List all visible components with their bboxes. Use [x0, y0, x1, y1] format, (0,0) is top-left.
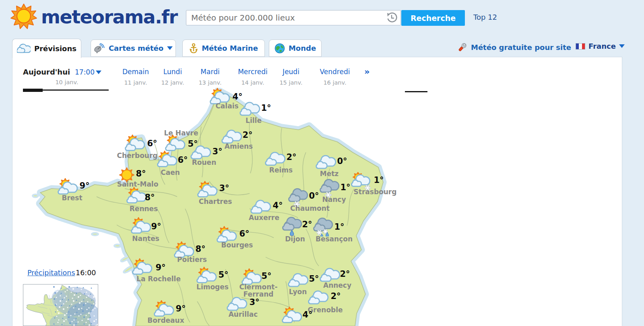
- city-temp: 1°: [334, 222, 344, 232]
- city-temp: 2°: [242, 130, 252, 140]
- city-temp: 8°: [195, 244, 205, 254]
- precipitations-link[interactable]: Précipitations: [27, 269, 75, 277]
- chevron-down-icon[interactable]: [96, 71, 101, 74]
- search-history-icon[interactable]: [386, 12, 398, 23]
- city-temp: 0°: [309, 191, 319, 201]
- city-label: Aurillac: [229, 311, 258, 318]
- more-days-link[interactable]: »: [364, 67, 370, 77]
- city-temp: 5°: [261, 271, 271, 281]
- city-temp: 6°: [178, 155, 188, 165]
- city-temp: 2°: [330, 291, 341, 301]
- city-label: Le Havre: [164, 130, 198, 137]
- day-nav-vendredi[interactable]: Vendredi16 janv.: [320, 68, 350, 86]
- sun-logo-icon: [10, 3, 37, 31]
- anchor-icon: [189, 43, 198, 54]
- city-temp: 2°: [286, 152, 296, 162]
- day-link[interactable]: Demain: [122, 68, 149, 76]
- satellite-icon: [94, 43, 105, 54]
- dark-cloud-snow-icon: [318, 178, 342, 198]
- search-button[interactable]: Recherche: [401, 10, 465, 26]
- day-nav-lundi[interactable]: Lundi12 janv.: [161, 68, 184, 86]
- city-label: Brest: [62, 195, 82, 202]
- tab-cartes-meteo-label: Cartes météo: [109, 44, 163, 52]
- tab-meteo-marine[interactable]: Météo Marine: [182, 39, 265, 57]
- today-time-selector[interactable]: 17:00: [75, 68, 95, 76]
- tab-previsions[interactable]: Prévisions: [12, 39, 81, 58]
- city-temp: 5°: [309, 274, 319, 284]
- day-date: 16 janv.: [320, 79, 350, 86]
- chevron-down-icon: [619, 44, 625, 48]
- timeline-track[interactable]: [43, 89, 109, 91]
- day-link[interactable]: Mercredi: [238, 68, 268, 76]
- city-label: Poitiers: [177, 256, 207, 264]
- precipitations-time: 16:00: [76, 269, 96, 277]
- city-temp: 3°: [219, 183, 229, 193]
- city-label: Chartres: [199, 198, 232, 206]
- city-label: Besançon: [316, 236, 353, 243]
- globe-icon: [275, 43, 285, 54]
- city-temp: 4°: [302, 310, 312, 320]
- city-temp: 8°: [144, 193, 155, 202]
- day-date: 13 janv.: [198, 79, 221, 86]
- city-temp: 6°: [147, 139, 157, 148]
- city-temp: 8°: [136, 169, 146, 179]
- city-label: Rouen: [192, 159, 217, 166]
- city-temp: 9°: [151, 222, 161, 231]
- city-label: Reims: [269, 167, 293, 174]
- precipitation-mini-map[interactable]: [23, 284, 98, 326]
- city-temp: 1°: [261, 103, 271, 113]
- city-label: Auxerre: [249, 214, 279, 222]
- day-link[interactable]: Vendredi: [320, 68, 350, 76]
- city-temp: 3°: [249, 297, 259, 307]
- day-nav-jeudi[interactable]: Jeudi15 janv.: [279, 68, 302, 86]
- wrench-icon: [457, 42, 468, 52]
- tab-previsions-label: Prévisions: [34, 44, 76, 53]
- tab-meteo-marine-label: Météo Marine: [202, 44, 258, 52]
- search-input[interactable]: [186, 10, 401, 25]
- city-label: Lille: [246, 117, 262, 125]
- city-temp: 0°: [337, 156, 347, 166]
- sun-cloud-icon: [281, 307, 305, 326]
- city-label: Dijon: [285, 236, 305, 243]
- city-temp: 9°: [175, 304, 186, 314]
- city-temp: 5°: [218, 270, 228, 280]
- city-temp: 2°: [302, 220, 312, 229]
- sun-cloud-icon: [157, 151, 180, 171]
- city-temp: 9°: [155, 263, 165, 272]
- city-temp: 6°: [239, 229, 249, 239]
- day-link[interactable]: Mardi: [198, 68, 221, 76]
- day-nav-demain[interactable]: Demain11 janv.: [122, 68, 149, 86]
- cloud-icon: [308, 288, 331, 308]
- free-weather-link[interactable]: Météo gratuite pour site: [457, 42, 571, 52]
- city-temp: 1°: [374, 175, 384, 185]
- day-nav-mercredi[interactable]: Mercredi14 janv.: [238, 68, 268, 86]
- logo-text: meteorama.fr: [41, 8, 178, 26]
- dark-cloud-rain-icon: [281, 216, 304, 236]
- city-label: Lyon: [289, 289, 307, 296]
- tab-cartes-meteo[interactable]: Cartes météo: [91, 39, 176, 57]
- city-label: Chaumont: [290, 205, 330, 212]
- dark-cloud-sleet-icon: [312, 216, 335, 237]
- city-label: Calais: [215, 103, 238, 110]
- city-temp: 1°: [340, 183, 350, 192]
- cloud-icon: [17, 44, 31, 54]
- day-link[interactable]: Lundi: [161, 68, 184, 76]
- city-temp: 2°: [340, 269, 350, 279]
- day-nav-mardi[interactable]: Mardi13 janv.: [198, 68, 221, 86]
- day-date: 12 janv.: [161, 79, 184, 86]
- site-logo[interactable]: meteorama.fr: [10, 3, 178, 31]
- top12-link[interactable]: Top 12: [473, 13, 497, 21]
- chevron-down-icon: [167, 46, 173, 50]
- timeline-track-right: [405, 91, 427, 92]
- city-temp: 4°: [272, 201, 283, 210]
- tab-monde[interactable]: Monde: [269, 39, 322, 57]
- day-link[interactable]: Jeudi: [279, 68, 302, 76]
- country-selector[interactable]: France: [576, 42, 625, 50]
- today-label: Aujourd'hui: [23, 68, 70, 76]
- today-date: 10 janv.: [55, 79, 78, 85]
- city-label: Nancy: [322, 196, 346, 203]
- city-label: La Rochelle: [136, 276, 181, 283]
- timeline-progress[interactable]: [23, 89, 43, 92]
- tab-monde-label: Monde: [289, 44, 316, 52]
- city-label: Amiens: [225, 143, 253, 150]
